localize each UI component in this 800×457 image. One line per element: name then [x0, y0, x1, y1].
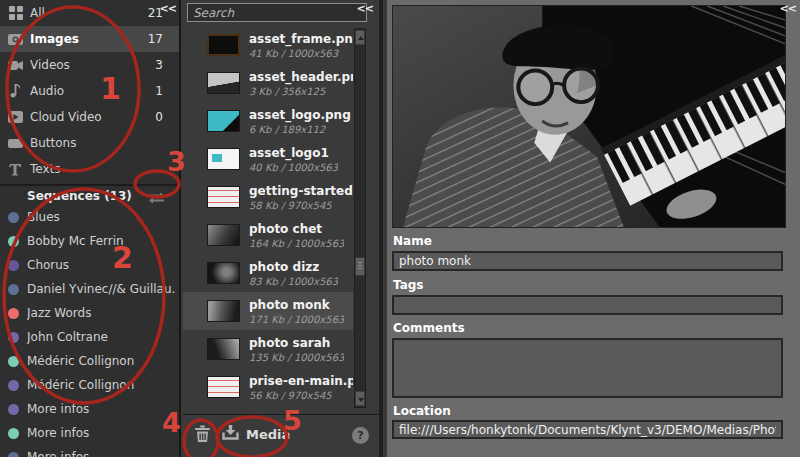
category-label: Cloud Video	[30, 110, 102, 124]
sequence-item[interactable]: Médéric Collignon	[0, 373, 179, 397]
tags-input[interactable]	[392, 295, 783, 315]
file-row[interactable]: photo chet164 Kb / 1000x563	[183, 216, 353, 254]
sequence-item[interactable]: John Coltrane	[0, 325, 179, 349]
sequence-color-dot	[8, 212, 19, 223]
category-count: 3	[155, 58, 163, 72]
sidebar-collapse-button[interactable]: <<	[160, 2, 176, 15]
sidebar-item-buttons[interactable]: Buttons	[0, 130, 179, 156]
file-row[interactable]: getting-started.png58 Kb / 970x545	[183, 178, 353, 216]
media-list-panel: << asset_frame.png41 Kb / 1000x563 asset…	[183, 0, 383, 457]
file-thumbnail	[207, 262, 240, 284]
swap-arrows-icon[interactable]	[148, 189, 165, 208]
file-thumbnail	[207, 300, 240, 322]
music-note-icon	[8, 84, 23, 99]
video-camera-icon	[8, 58, 23, 73]
import-media-icon	[222, 424, 239, 444]
file-thumbnail	[207, 186, 240, 208]
grid-icon	[8, 6, 23, 21]
sequence-item[interactable]: Daniel Yvinec//& Guillau...	[0, 277, 179, 301]
file-row-selected[interactable]: photo monk171 Kb / 1000x563	[183, 292, 353, 330]
delete-button[interactable]	[194, 424, 211, 447]
sequence-color-dot	[8, 308, 19, 319]
sidebar-item-all[interactable]: All 21	[0, 0, 179, 26]
category-count: 17	[148, 32, 163, 46]
scrollbar-thumb[interactable]	[355, 257, 365, 276]
comments-label: Comments	[393, 321, 465, 335]
inspector-collapse-button[interactable]: <<	[780, 2, 796, 15]
file-thumbnail	[207, 224, 240, 246]
trash-icon	[194, 424, 211, 447]
sequence-color-dot	[8, 356, 19, 367]
file-row[interactable]: prise-en-main.png56 Kb / 970x545	[183, 368, 353, 406]
sidebar-item-texts[interactable]: Texts	[0, 156, 179, 182]
sequences-header-row: Sequences (13)	[0, 186, 179, 205]
sidebar: << All 21 Images 17 Videos 3	[0, 0, 181, 457]
button-icon	[8, 136, 23, 151]
sequence-color-dot	[8, 332, 19, 343]
sidebar-item-images[interactable]: Images 17	[0, 26, 179, 52]
preview-image	[392, 5, 786, 228]
file-thumbnail	[207, 110, 240, 132]
category-label: All	[30, 6, 45, 20]
search-input[interactable]	[187, 3, 367, 22]
sequence-item[interactable]: Médéric Collignon	[0, 349, 179, 373]
play-box-icon	[8, 110, 23, 125]
inspector-panel: <<	[387, 0, 800, 457]
sequence-color-dot	[8, 428, 19, 439]
category-count: 1	[155, 84, 163, 98]
file-thumbnail	[207, 376, 240, 398]
file-thumbnail	[207, 34, 240, 56]
file-list: asset_frame.png41 Kb / 1000x563 asset_he…	[183, 26, 353, 414]
file-row[interactable]: asset_logo.png6 Kb / 189x112	[183, 102, 353, 140]
scroll-up-button[interactable]	[355, 30, 365, 45]
name-input[interactable]	[392, 251, 783, 271]
scroll-down-button[interactable]	[355, 391, 365, 406]
sidebar-item-videos[interactable]: Videos 3	[0, 52, 179, 78]
import-media-label: Media	[246, 427, 290, 442]
location-input[interactable]	[392, 420, 783, 439]
file-row[interactable]: asset_header.png3 Kb / 356x125	[183, 64, 353, 102]
text-icon	[8, 162, 23, 177]
name-label: Name	[393, 234, 432, 248]
category-label: Buttons	[30, 136, 76, 150]
help-button[interactable]: ?	[352, 427, 369, 444]
file-row[interactable]: photo sarah135 Kb / 1000x563	[183, 330, 353, 368]
file-row[interactable]: photo dizz83 Kb / 1000x563	[183, 254, 353, 292]
sequence-item[interactable]: Chorus	[0, 253, 179, 277]
media-panel-collapse-button[interactable]: <<	[357, 2, 373, 15]
media-library-window: << All 21 Images 17 Videos 3	[0, 0, 800, 457]
sidebar-item-cloud-video[interactable]: Cloud Video 0	[0, 104, 179, 130]
category-label: Videos	[30, 58, 70, 72]
sequence-item[interactable]: Blues	[0, 205, 179, 229]
sequence-color-dot	[8, 404, 19, 415]
sequence-color-dot	[8, 284, 19, 295]
sequence-item[interactable]: Jazz Words	[0, 301, 179, 325]
import-media-button[interactable]: Media	[222, 424, 290, 444]
category-count: 0	[155, 110, 163, 124]
sequence-item[interactable]: More infos	[0, 421, 179, 445]
sequence-color-dot	[8, 380, 19, 391]
file-row[interactable]: asset_frame.png41 Kb / 1000x563	[183, 26, 353, 64]
category-label: Audio	[30, 84, 64, 98]
sequence-color-dot	[8, 452, 19, 457]
tags-label: Tags	[393, 278, 423, 292]
sequence-item[interactable]: More infos	[0, 397, 179, 421]
file-thumbnail	[207, 338, 240, 360]
file-thumbnail	[207, 72, 240, 94]
media-toolbar: Media ?	[183, 414, 379, 457]
scrollbar[interactable]	[354, 28, 366, 408]
sequence-item[interactable]: More infos	[0, 445, 179, 457]
category-label: Images	[30, 32, 79, 46]
category-label: Texts	[30, 162, 61, 176]
file-row[interactable]: asset_logo140 Kb / 1000x563	[183, 140, 353, 178]
sequence-color-dot	[8, 260, 19, 271]
file-thumbnail	[207, 148, 240, 170]
monk-photo-illustration	[393, 6, 785, 227]
location-label: Location	[393, 404, 451, 418]
camera-icon	[8, 32, 23, 47]
sidebar-item-audio[interactable]: Audio 1	[0, 78, 179, 104]
sequences-header: Sequences (13)	[27, 189, 132, 203]
sequence-item[interactable]: Bobby Mc Ferrin	[0, 229, 179, 253]
sequence-color-dot	[8, 236, 19, 247]
comments-textarea[interactable]	[392, 338, 783, 398]
